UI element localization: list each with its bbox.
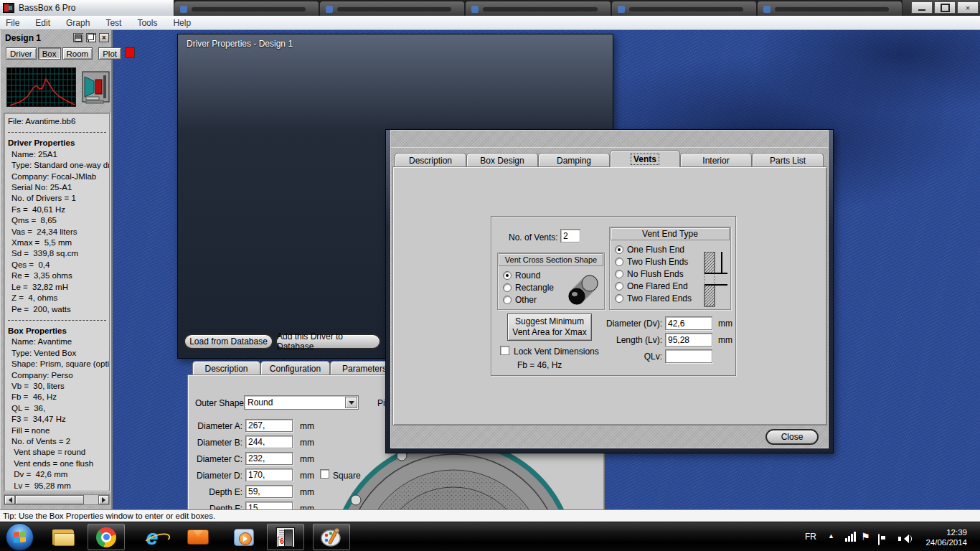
tab-damping[interactable]: Damping	[538, 153, 610, 167]
taskbar-ie-button[interactable]: e	[133, 524, 171, 550]
radio-icon[interactable]	[615, 270, 623, 278]
copy-icon[interactable]	[86, 33, 96, 42]
qlv-input[interactable]	[665, 349, 712, 363]
clock-date: 24/06/2014	[918, 537, 967, 547]
scroll-right-button[interactable]	[98, 495, 109, 504]
radio-icon[interactable]	[615, 294, 623, 303]
list-item: Shape: Prism, square (optimu	[8, 359, 109, 369]
driver-dialog-title: Driver Properties - Design 1	[187, 39, 293, 49]
update-icon[interactable]	[878, 534, 880, 545]
radio-icon[interactable]	[615, 245, 623, 254]
radio-icon[interactable]	[503, 271, 512, 280]
menu-tools[interactable]: Tools	[137, 18, 157, 28]
load-from-database-button[interactable]: Load from Database	[184, 334, 273, 349]
background-browser-tab[interactable]	[174, 1, 319, 16]
radio-icon[interactable]	[503, 296, 512, 304]
save-icon[interactable]	[73, 33, 83, 42]
list-item: F3 = 34,47 Hz	[8, 414, 109, 425]
scroll-left-button[interactable]	[4, 495, 15, 504]
action-center-flag-icon[interactable]: ⚑	[861, 531, 870, 542]
square-checkbox-label: Square	[333, 471, 361, 481]
flush-end-diagram-icon	[700, 252, 727, 308]
language-indicator[interactable]: FR	[805, 532, 816, 542]
tab-description[interactable]: Description	[395, 153, 466, 167]
depth-f-input[interactable]	[245, 501, 293, 509]
tab-parts-list[interactable]: Parts List	[752, 153, 824, 167]
close-button[interactable]: ×	[957, 1, 979, 14]
start-button[interactable]	[6, 523, 34, 551]
background-browser-tab[interactable]	[612, 1, 756, 16]
depth-e-input[interactable]	[245, 485, 293, 498]
diameter-c-input[interactable]	[245, 452, 293, 465]
restore-button[interactable]	[934, 1, 956, 14]
taskbar-media-player-button[interactable]	[225, 524, 263, 550]
outer-shape-label: Outer Shape:	[195, 398, 246, 408]
box-properties-dialog: Box Properties - Design 1 Description Bo…	[385, 129, 834, 453]
radio-icon[interactable]	[503, 283, 512, 292]
list-item: Name: Avantime	[8, 336, 109, 347]
minimize-button[interactable]	[911, 1, 933, 14]
taskbar-bassbox-button[interactable]	[267, 524, 304, 550]
taskbar-mail-button[interactable]	[179, 524, 217, 550]
add-driver-to-database-button[interactable]: Add this Driver to Database	[275, 334, 381, 349]
tab-configuration[interactable]: Configuration	[260, 361, 330, 375]
menu-test[interactable]: Test	[105, 18, 121, 28]
speaker-side-icon[interactable]	[82, 71, 110, 107]
tab-box-design[interactable]: Box Design	[466, 153, 538, 167]
diameter-b-input[interactable]	[245, 435, 293, 448]
list-item: Name: 25A1	[8, 149, 109, 160]
plot-color-swatch[interactable]	[125, 47, 135, 58]
list-item: Vb = 30, liters	[8, 381, 109, 392]
outer-shape-select[interactable]: Round	[244, 395, 359, 410]
lock-vent-dimensions-checkbox[interactable]	[500, 346, 509, 355]
radio-icon[interactable]	[615, 258, 623, 266]
list-item: Fill = none	[8, 425, 109, 436]
view-button-room[interactable]: Room	[62, 47, 93, 60]
background-browser-tab[interactable]	[466, 1, 610, 16]
menu-file[interactable]: File	[6, 18, 19, 28]
field-label: Diameter A:	[189, 421, 242, 431]
response-graph-thumbnail[interactable]	[6, 67, 76, 107]
square-checkbox[interactable]	[320, 469, 329, 479]
tab-description[interactable]: Description	[192, 361, 260, 375]
driver-dialog-titlebar[interactable]: Driver Properties - Design 1	[178, 34, 613, 52]
no-of-vents-input[interactable]	[560, 229, 580, 242]
network-icon[interactable]	[845, 532, 856, 542]
chevron-down-icon[interactable]	[345, 397, 357, 408]
list-item: Le = 32,82 mH	[8, 282, 109, 293]
horizontal-scrollbar[interactable]	[4, 494, 110, 505]
field-label: Depth F:	[189, 504, 242, 509]
diameter-dv-input[interactable]	[665, 316, 712, 330]
chrome-icon	[96, 527, 116, 547]
show-hidden-icons-button[interactable]: ▲	[828, 532, 834, 540]
tab-vents[interactable]: Vents	[610, 150, 680, 167]
list-item: Vent ends = one flush	[8, 458, 109, 469]
taskbar-explorer-button[interactable]	[44, 524, 82, 550]
taskbar-paint-button[interactable]	[313, 524, 350, 550]
box-section-title: Box Properties	[8, 326, 109, 336]
close-button[interactable]: Close	[765, 429, 819, 445]
radio-icon[interactable]	[615, 282, 623, 291]
internet-explorer-icon: e	[146, 528, 159, 547]
diameter-dv-unit: mm	[718, 319, 732, 329]
view-button-box[interactable]: Box	[38, 47, 61, 60]
background-browser-tab[interactable]	[758, 1, 902, 16]
scrollbar-thumb[interactable]	[15, 495, 84, 504]
menu-edit[interactable]: Edit	[35, 18, 50, 28]
vent-tube-icon	[565, 273, 603, 306]
length-lv-input[interactable]	[665, 333, 712, 347]
tab-interior[interactable]: Interior	[680, 153, 752, 167]
clock[interactable]: 12:39 24/06/2014	[918, 527, 967, 547]
diameter-a-input[interactable]	[245, 419, 293, 432]
background-browser-tab[interactable]	[320, 1, 464, 16]
close-icon[interactable]: ×	[99, 33, 109, 42]
view-button-plot[interactable]: Plot	[98, 47, 121, 60]
menu-help[interactable]: Help	[173, 18, 191, 28]
taskbar-chrome-button[interactable]	[88, 524, 125, 550]
menu-graph[interactable]: Graph	[66, 18, 90, 28]
suggest-minimum-vent-area-button[interactable]: Suggest Minimum Vent Area for Xmax	[507, 314, 592, 341]
diameter-d-input[interactable]	[245, 468, 293, 481]
list-item: Company: Focal-JMlab	[8, 171, 109, 182]
view-button-driver[interactable]: Driver	[6, 47, 37, 60]
list-item: Xmax = 5,5 mm	[8, 237, 109, 248]
